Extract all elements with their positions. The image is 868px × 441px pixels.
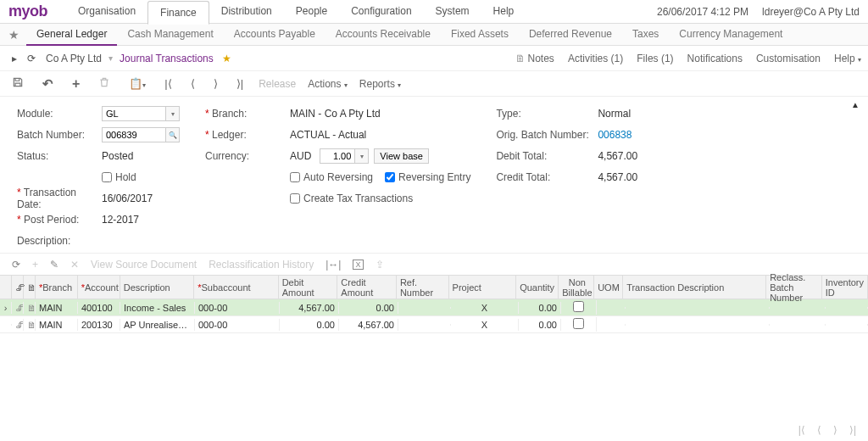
screen-title: Journal Transactions bbox=[114, 53, 219, 64]
col-qty[interactable]: Quantity bbox=[516, 276, 559, 299]
top-menu-system[interactable]: System bbox=[424, 0, 481, 24]
col-uom[interactable]: UOM bbox=[594, 276, 623, 299]
module-input[interactable] bbox=[102, 106, 166, 121]
top-menu-distribution[interactable]: Distribution bbox=[209, 0, 284, 24]
reports-menu[interactable]: Reports ▾ bbox=[359, 78, 401, 90]
fit-width-icon[interactable]: |↔| bbox=[326, 259, 341, 271]
col-branch[interactable]: Branch bbox=[36, 276, 78, 299]
collapse-caret-icon[interactable]: ▲ bbox=[851, 100, 860, 109]
col-description[interactable]: Description bbox=[120, 276, 195, 299]
pager-last-icon[interactable]: ⟩| bbox=[849, 424, 856, 436]
currency-value: AUD bbox=[290, 150, 311, 162]
batch-label: Batch Number: bbox=[17, 129, 102, 141]
top-menu-help[interactable]: Help bbox=[481, 0, 526, 24]
clipboard-icon[interactable]: 📋▾ bbox=[125, 75, 149, 92]
module-dropdown-icon[interactable]: ▾ bbox=[166, 106, 180, 121]
subnav-currency-management[interactable]: Currency Management bbox=[669, 24, 793, 46]
chevron-down-icon[interactable]: ▾ bbox=[107, 53, 114, 63]
auto-reversing-checkbox[interactable]: Auto Reversing bbox=[290, 171, 373, 183]
col-credit[interactable]: Credit Amount bbox=[337, 276, 397, 299]
release-button[interactable]: Release bbox=[259, 78, 296, 90]
grid-header: 🖇 🗎 Branch Account Description Subaccoun… bbox=[0, 276, 868, 299]
rate-dropdown-icon[interactable]: ▾ bbox=[355, 148, 369, 164]
grid-delete-icon[interactable]: ✕ bbox=[70, 259, 79, 271]
form-col-3: Type: Normal Orig. Batch Number: 006838 … bbox=[496, 105, 637, 249]
grid-add-icon[interactable]: + bbox=[32, 259, 38, 271]
reclass-history-button[interactable]: Reclassification History bbox=[209, 259, 314, 271]
col-subaccount[interactable]: Subaccount bbox=[194, 276, 278, 299]
status-value: Posted bbox=[102, 150, 133, 162]
postperiod-label: Post Period: bbox=[17, 214, 102, 226]
top-menu-organisation[interactable]: Organisation bbox=[66, 0, 147, 24]
subnav-deferred-revenue[interactable]: Deferred Revenue bbox=[519, 24, 622, 46]
favorite-star-icon[interactable]: ★ bbox=[8, 28, 19, 42]
table-row[interactable]: ›🖇🗎MAIN400100Income - Sales000-004,567.0… bbox=[0, 299, 868, 316]
prev-icon[interactable]: ⟨ bbox=[187, 75, 198, 92]
origbatch-link[interactable]: 006838 bbox=[598, 129, 632, 141]
col-doc: 🗎 bbox=[24, 276, 36, 299]
subnav-cash-management[interactable]: Cash Management bbox=[117, 24, 223, 46]
subnav-general-ledger[interactable]: General Ledger bbox=[26, 24, 117, 46]
customisation-link[interactable]: Customisation bbox=[756, 53, 821, 64]
subnav-accounts-receivable[interactable]: Accounts Receivable bbox=[326, 24, 441, 46]
nav-handle-icon[interactable]: ▸ bbox=[7, 53, 22, 64]
upload-icon[interactable]: ⇪ bbox=[376, 259, 384, 271]
export-icon[interactable]: X bbox=[353, 260, 363, 270]
col-inv[interactable]: Inventory ID bbox=[822, 276, 868, 299]
pager-prev-icon[interactable]: ⟨ bbox=[817, 424, 821, 436]
form-col-2: Branch: MAIN - Co A Pty Ltd Ledger: ACTU… bbox=[205, 105, 470, 249]
favorite-gold-star-icon[interactable]: ★ bbox=[222, 53, 231, 64]
col-transdesc[interactable]: Transaction Description bbox=[623, 276, 766, 299]
notes-link[interactable]: 🗎Notes bbox=[515, 53, 554, 64]
breadcrumb-bar: ▸ ⟳ Co A Pty Ltd ▾ Journal Transactions … bbox=[0, 46, 868, 71]
branch-label: Branch: bbox=[205, 108, 290, 120]
help-link[interactable]: Help ▾ bbox=[834, 53, 861, 64]
view-source-button[interactable]: View Source Document bbox=[91, 259, 197, 271]
description-label: Description: bbox=[17, 235, 102, 247]
actions-menu[interactable]: Actions ▾ bbox=[308, 78, 348, 90]
batch-input[interactable] bbox=[102, 127, 166, 142]
rate-input[interactable] bbox=[320, 148, 355, 164]
type-value: Normal bbox=[598, 108, 631, 120]
first-icon[interactable]: |⟨ bbox=[161, 75, 175, 92]
col-project[interactable]: Project bbox=[449, 276, 517, 299]
user-label[interactable]: ldreyer@Co A Pty Ltd bbox=[762, 6, 860, 18]
hold-checkbox[interactable]: Hold bbox=[102, 171, 136, 183]
next-icon[interactable]: ⟩ bbox=[210, 75, 221, 92]
top-menu-finance[interactable]: Finance bbox=[147, 1, 209, 25]
right-links: 🗎Notes Activities (1) Files (1) Notifica… bbox=[515, 53, 861, 64]
delete-icon[interactable] bbox=[95, 75, 114, 92]
activities-link[interactable]: Activities (1) bbox=[568, 53, 623, 64]
col-account[interactable]: Account bbox=[78, 276, 120, 299]
ledger-label: Ledger: bbox=[205, 129, 290, 141]
add-icon[interactable]: + bbox=[69, 75, 83, 93]
top-menu-people[interactable]: People bbox=[284, 0, 339, 24]
top-menu-configuration[interactable]: Configuration bbox=[339, 0, 423, 24]
subnav-accounts-payable[interactable]: Accounts Payable bbox=[224, 24, 326, 46]
last-icon[interactable]: ⟩| bbox=[233, 75, 247, 92]
save-icon[interactable] bbox=[8, 75, 27, 92]
subnav-fixed-assets[interactable]: Fixed Assets bbox=[441, 24, 519, 46]
hold-checkbox-input[interactable] bbox=[102, 172, 112, 182]
create-tax-checkbox[interactable]: Create Tax Transactions bbox=[290, 193, 413, 204]
col-ref[interactable]: Ref. Number bbox=[397, 276, 449, 299]
files-link[interactable]: Files (1) bbox=[637, 53, 673, 64]
grid-edit-icon[interactable]: ✎ bbox=[50, 259, 58, 271]
reversing-entry-checkbox[interactable]: Reversing Entry bbox=[385, 171, 470, 183]
details-grid: 🖇 🗎 Branch Account Description Subaccoun… bbox=[0, 275, 868, 333]
notifications-link[interactable]: Notifications bbox=[687, 53, 743, 64]
pager-next-icon[interactable]: ⟩ bbox=[833, 424, 837, 436]
col-reclass[interactable]: Reclass. Batch Number bbox=[766, 276, 822, 299]
postperiod-value: 12-2017 bbox=[102, 214, 139, 226]
undo-icon[interactable]: ↶ bbox=[39, 75, 57, 93]
table-row[interactable]: 🖇🗎MAIN200130AP Unrealised Gai…000-000.00… bbox=[0, 316, 868, 333]
grid-refresh-icon[interactable]: ⟳ bbox=[12, 259, 20, 271]
view-base-button[interactable]: View base bbox=[374, 148, 429, 164]
col-nonbill[interactable]: Non Billable bbox=[559, 276, 594, 299]
col-debit[interactable]: Debit Amount bbox=[279, 276, 338, 299]
pager-first-icon[interactable]: |⟨ bbox=[798, 424, 805, 436]
refresh-icon[interactable]: ⟳ bbox=[22, 53, 41, 64]
subnav-taxes[interactable]: Taxes bbox=[622, 24, 669, 46]
batch-search-icon[interactable]: 🔍 bbox=[166, 127, 180, 142]
company-label[interactable]: Co A Pty Ltd bbox=[41, 53, 107, 64]
